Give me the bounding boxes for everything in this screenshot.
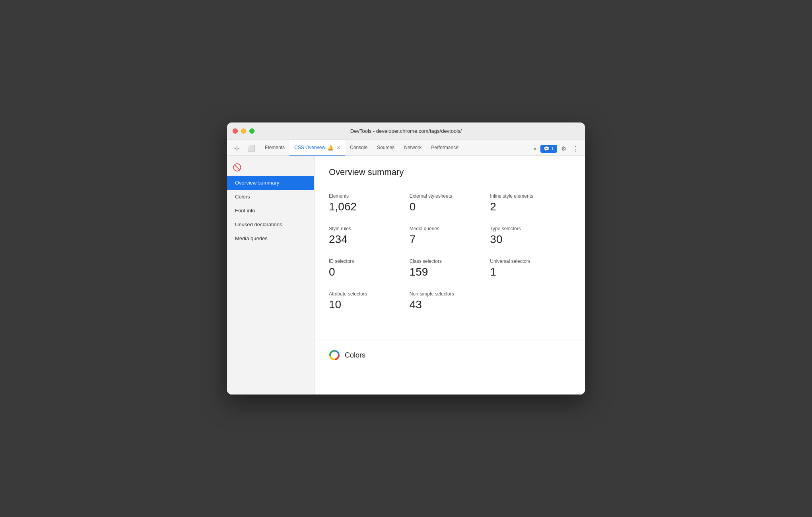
colors-ring-icon: [329, 350, 340, 361]
sidebar: 🚫 Overview summary Colors Font info Unus…: [227, 156, 315, 395]
stat-elements: Elements 1,062: [329, 189, 410, 221]
sidebar-item-colors[interactable]: Colors: [227, 190, 314, 204]
sidebar-item-overview-summary-label: Overview summary: [235, 180, 279, 186]
close-tab-icon[interactable]: ✕: [337, 145, 340, 150]
tab-elements-label: Elements: [265, 145, 285, 150]
tab-console[interactable]: Console: [345, 140, 372, 155]
tab-css-overview[interactable]: CSS Overview 🔔 ✕: [289, 140, 345, 155]
stat-universal-selectors-value: 1: [490, 266, 571, 278]
colors-section-title: Colors: [345, 351, 365, 360]
tab-css-overview-label: CSS Overview: [294, 145, 325, 150]
stat-style-rules: Style rules 234: [329, 221, 410, 254]
tab-network[interactable]: Network: [399, 140, 426, 155]
stat-external-stylesheets-value: 0: [410, 200, 490, 213]
gear-icon: ⚙: [561, 145, 566, 152]
window-title: DevTools - developer.chrome.com/tags/dev…: [350, 128, 462, 134]
stat-type-selectors: Type selectors 30: [490, 221, 571, 254]
stat-empty: [490, 286, 571, 319]
more-tabs-button[interactable]: »: [531, 144, 539, 154]
panel-section-title: Overview summary: [329, 167, 571, 177]
stat-type-selectors-label: Type selectors: [490, 226, 571, 231]
tab-network-label: Network: [404, 145, 422, 150]
no-entry-icon: 🚫: [233, 163, 241, 171]
stat-media-queries-value: 7: [410, 233, 490, 246]
stat-attribute-selectors: Attribute selectors 10: [329, 286, 410, 319]
sidebar-item-media-queries[interactable]: Media queries: [227, 231, 314, 245]
stat-style-rules-label: Style rules: [329, 226, 410, 231]
tabs-bar: ⊹ ⬜ Elements CSS Overview 🔔 ✕ Console So…: [227, 140, 585, 156]
stat-media-queries-label: Media queries: [410, 226, 490, 231]
tab-performance[interactable]: Performance: [426, 140, 463, 155]
sidebar-item-unused-declarations-label: Unused declarations: [235, 222, 282, 227]
dock-icon[interactable]: ⬜: [244, 140, 258, 155]
block-icon: 🚫: [227, 159, 314, 176]
notification-count: 1: [551, 146, 554, 152]
kebab-icon: ⋮: [573, 145, 579, 152]
stat-style-rules-value: 234: [329, 233, 410, 246]
stat-inline-style: Inline style elements 2: [490, 189, 571, 221]
cursor-icon[interactable]: ⊹: [231, 140, 243, 155]
main-content: 🚫 Overview summary Colors Font info Unus…: [227, 156, 585, 395]
stat-external-stylesheets: External stylesheets 0: [410, 189, 490, 221]
stat-class-selectors: Class selectors 159: [410, 254, 490, 286]
experiment-icon: 🔔: [327, 145, 334, 151]
sidebar-item-media-queries-label: Media queries: [235, 235, 268, 241]
stat-id-selectors: ID selectors 0: [329, 254, 410, 286]
stat-media-queries: Media queries 7: [410, 221, 490, 254]
notification-icon: 💬: [544, 146, 550, 152]
settings-button[interactable]: ⚙: [559, 144, 569, 154]
browser-window: DevTools - developer.chrome.com/tags/dev…: [227, 122, 585, 395]
tab-sources-label: Sources: [377, 145, 394, 150]
tabs-right-actions: » 💬 1 ⚙ ⋮: [531, 144, 581, 155]
stat-inline-style-value: 2: [490, 200, 571, 213]
panel[interactable]: Overview summary Elements 1,062 External…: [315, 156, 585, 395]
stats-grid: Elements 1,062 External stylesheets 0 In…: [329, 189, 571, 319]
close-button[interactable]: [233, 128, 238, 134]
title-bar: DevTools - developer.chrome.com/tags/dev…: [227, 122, 585, 140]
sidebar-item-font-info-label: Font info: [235, 208, 255, 214]
stat-universal-selectors: Universal selectors 1: [490, 254, 571, 286]
traffic-lights: [233, 128, 254, 134]
sidebar-item-unused-declarations[interactable]: Unused declarations: [227, 218, 314, 231]
tab-sources[interactable]: Sources: [372, 140, 399, 155]
sidebar-item-overview-summary[interactable]: Overview summary: [227, 176, 314, 190]
stat-non-simple-selectors-label: Non-simple selectors: [410, 291, 490, 297]
maximize-button[interactable]: [249, 128, 254, 134]
notifications-button[interactable]: 💬 1: [540, 145, 557, 153]
stat-id-selectors-label: ID selectors: [329, 258, 410, 264]
stat-universal-selectors-label: Universal selectors: [490, 258, 571, 264]
panel-inner: Overview summary Elements 1,062 External…: [315, 156, 585, 340]
tab-performance-label: Performance: [431, 145, 458, 150]
sidebar-item-font-info[interactable]: Font info: [227, 204, 314, 218]
tab-elements[interactable]: Elements: [260, 140, 289, 155]
stat-inline-style-label: Inline style elements: [490, 193, 571, 199]
stat-attribute-selectors-label: Attribute selectors: [329, 291, 410, 297]
stat-non-simple-selectors-value: 43: [410, 298, 490, 311]
stat-elements-value: 1,062: [329, 200, 410, 213]
more-options-button[interactable]: ⋮: [570, 144, 581, 154]
stat-id-selectors-value: 0: [329, 266, 410, 278]
minimize-button[interactable]: [241, 128, 246, 134]
stat-elements-label: Elements: [329, 193, 410, 199]
stat-attribute-selectors-value: 10: [329, 298, 410, 311]
stat-class-selectors-value: 159: [410, 266, 490, 278]
tab-console-label: Console: [350, 145, 367, 150]
stat-external-stylesheets-label: External stylesheets: [410, 193, 490, 199]
stat-class-selectors-label: Class selectors: [410, 258, 490, 264]
sidebar-item-colors-label: Colors: [235, 194, 250, 200]
stat-non-simple-selectors: Non-simple selectors 43: [410, 286, 490, 319]
stat-type-selectors-value: 30: [490, 233, 571, 246]
colors-section: Colors: [315, 340, 585, 370]
